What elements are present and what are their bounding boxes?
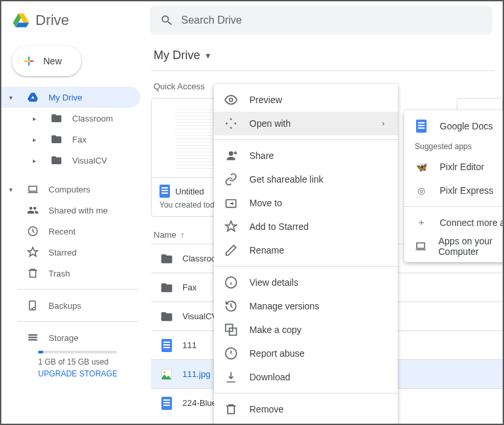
ctx-rename[interactable]: Rename xyxy=(214,238,398,262)
nav-label: Trash xyxy=(49,269,70,279)
nav-trash[interactable]: Trash xyxy=(1,263,140,284)
nav-storage[interactable]: Storage xyxy=(1,327,140,348)
ctx-make-copy[interactable]: Make a copy xyxy=(214,318,398,342)
card-title-label: Untitled xyxy=(175,187,204,196)
star-icon xyxy=(26,246,39,258)
nav-my-drive[interactable]: ▾ My Drive xyxy=(1,87,140,108)
expand-icon: ▾ xyxy=(4,94,17,101)
nav-computers[interactable]: ▾ Computers xyxy=(1,179,140,200)
copy-icon xyxy=(224,323,238,336)
upgrade-storage-link[interactable]: UPGRADE STORAGE xyxy=(38,369,148,378)
svg-rect-4 xyxy=(28,339,37,340)
ctx-remove[interactable]: Remove xyxy=(214,397,398,421)
open-with-icon xyxy=(224,117,238,130)
nav-label: Computers xyxy=(49,185,91,194)
plus-icon: ＋ xyxy=(415,217,428,229)
chevron-down-icon: ▼ xyxy=(204,51,212,60)
submenu-apps-on-computer[interactable]: Apps on your Computer xyxy=(404,235,504,258)
file-type-icon xyxy=(160,310,173,323)
nav-folder-visualcv[interactable]: ▸ VisualCV xyxy=(1,150,140,171)
app-title: Drive xyxy=(35,12,69,29)
svg-rect-14 xyxy=(417,243,425,248)
file-type-icon xyxy=(160,397,173,410)
sidebar: New ▾ My Drive ▸ Classroom ▸ Fax ▸ Visua… xyxy=(1,39,148,424)
nav-label: Backups xyxy=(49,301,81,311)
file-type-icon xyxy=(160,339,173,352)
ctx-share[interactable]: Share xyxy=(214,144,398,168)
submenu-pixlr-express[interactable]: ◎Pixlr Express xyxy=(404,179,504,202)
clock-icon xyxy=(26,225,39,237)
nav-shared[interactable]: Shared with me xyxy=(1,200,140,221)
sort-arrow-up-icon: ↑ xyxy=(180,230,185,240)
ctx-add-starred[interactable]: Add to Starred xyxy=(214,215,398,238)
ctx-download[interactable]: Download xyxy=(214,365,398,389)
search-placeholder: Search Drive xyxy=(181,14,242,26)
backup-icon xyxy=(26,300,39,311)
svg-point-6 xyxy=(163,371,165,373)
plus-icon xyxy=(21,53,37,69)
folder-icon xyxy=(50,112,63,124)
nav-label: Storage xyxy=(49,333,79,343)
star-icon xyxy=(224,220,238,233)
svg-point-8 xyxy=(229,151,234,156)
ctx-report-abuse[interactable]: Report abuse xyxy=(214,342,398,365)
trash-icon xyxy=(26,267,39,279)
nav-starred[interactable]: Starred xyxy=(1,242,140,263)
link-icon xyxy=(224,173,238,186)
ctx-open-with[interactable]: Open with› xyxy=(214,112,398,135)
svg-rect-2 xyxy=(28,334,37,336)
google-docs-icon xyxy=(159,185,170,198)
history-icon xyxy=(224,300,238,313)
nav-folder-fax[interactable]: ▸ Fax xyxy=(1,129,140,150)
app-header: Drive Search Drive xyxy=(1,1,503,39)
move-icon xyxy=(224,196,238,210)
nav-label: Fax xyxy=(72,135,87,145)
nav-label: My Drive xyxy=(49,93,82,102)
submenu-connect-more[interactable]: ＋Connect more apps xyxy=(404,211,504,235)
ctx-move-to[interactable]: Move to xyxy=(214,191,398,215)
pixlr-editor-icon: 🦋 xyxy=(415,162,428,172)
ctx-get-link[interactable]: Get shareable link xyxy=(214,168,398,191)
new-button[interactable]: New xyxy=(12,46,81,76)
folder-icon xyxy=(50,154,63,166)
folder-icon xyxy=(50,133,63,145)
app-logo[interactable]: Drive xyxy=(12,11,150,30)
nav-folder-classroom[interactable]: ▸ Classroom xyxy=(1,108,140,129)
nav-label: Classroom xyxy=(72,114,113,123)
breadcrumb-label: My Drive xyxy=(154,49,200,62)
drive-icon xyxy=(26,91,39,103)
column-name-label: Name xyxy=(154,230,177,240)
submenu-google-docs[interactable]: Google Docs xyxy=(404,114,504,138)
breadcrumb[interactable]: My Drive ▼ xyxy=(151,49,495,71)
new-button-label: New xyxy=(43,56,62,66)
ctx-manage-versions[interactable]: Manage versions xyxy=(214,294,398,318)
nav-backups[interactable]: Backups xyxy=(1,295,140,316)
file-name-label: Fax xyxy=(182,282,197,292)
laptop-icon xyxy=(415,240,427,252)
file-name-label: 111.jpg xyxy=(182,369,211,379)
file-name-label: VisualCV xyxy=(182,311,217,321)
file-name-label: 111 xyxy=(182,340,197,350)
search-icon xyxy=(160,14,173,27)
expand-icon: ▸ xyxy=(28,136,41,143)
ctx-preview[interactable]: Preview xyxy=(214,88,398,112)
svg-point-7 xyxy=(230,99,233,102)
nav-label: Shared with me xyxy=(49,206,108,215)
chevron-right-icon: › xyxy=(382,119,385,128)
nav-label: VisualCV xyxy=(72,156,107,166)
drive-logo-icon xyxy=(12,11,30,30)
submenu-suggested-heading: Suggested apps xyxy=(404,138,504,155)
storage-icon xyxy=(26,332,39,344)
submenu-pixlr-editor[interactable]: 🦋Pixlr Editor xyxy=(404,155,504,179)
google-docs-icon xyxy=(415,120,428,133)
context-menu: Preview Open with› Share Get shareable l… xyxy=(214,84,398,425)
nav-label: Recent xyxy=(49,227,75,236)
trash-icon xyxy=(224,403,238,416)
ctx-view-details[interactable]: View details xyxy=(214,271,398,294)
nav-recent[interactable]: Recent xyxy=(1,221,140,242)
add-person-icon xyxy=(224,149,238,162)
expand-icon: ▸ xyxy=(28,115,41,122)
computer-icon xyxy=(26,183,39,195)
search-bar[interactable]: Search Drive xyxy=(150,6,492,35)
eye-icon xyxy=(224,93,238,106)
